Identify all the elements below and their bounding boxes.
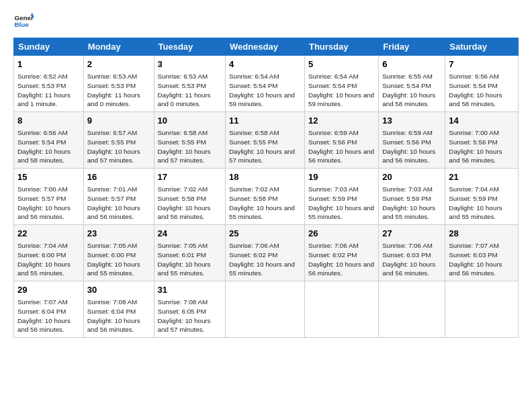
calendar-cell: 1Sunrise: 6:52 AMSunset: 5:53 PMDaylight…	[14, 56, 84, 112]
cell-info-line: Sunset: 5:56 PM	[382, 138, 441, 147]
cell-info-line: Sunset: 5:53 PM	[158, 81, 222, 91]
cell-info-line: Sunset: 6:03 PM	[449, 250, 515, 260]
calendar-cell: 21Sunrise: 7:04 AMSunset: 5:59 PMDayligh…	[445, 169, 519, 225]
cell-info-line: Sunset: 6:00 PM	[17, 250, 80, 260]
calendar-cell: 26Sunrise: 7:06 AMSunset: 6:02 PMDayligh…	[304, 225, 378, 281]
day-number: 28	[449, 228, 515, 240]
cell-info-line: Sunrise: 6:53 AM	[158, 72, 222, 81]
day-number: 1	[17, 58, 80, 71]
calendar-cell: 2Sunrise: 6:53 AMSunset: 5:53 PMDaylight…	[83, 56, 154, 112]
day-number: 10	[158, 115, 222, 127]
calendar-cell	[225, 281, 304, 338]
day-number: 22	[17, 228, 80, 240]
cell-info-line: Sunset: 5:54 PM	[449, 81, 515, 91]
calendar-cell: 13Sunrise: 6:59 AMSunset: 5:56 PMDayligh…	[379, 112, 445, 169]
calendar-cell: 23Sunrise: 7:05 AMSunset: 6:00 PMDayligh…	[83, 225, 154, 281]
cell-info-line: Sunrise: 7:06 AM	[382, 241, 441, 250]
calendar-body: 1Sunrise: 6:52 AMSunset: 5:53 PMDaylight…	[14, 56, 519, 338]
cell-info-line: Daylight: 10 hours and 56 minutes.	[382, 260, 441, 278]
cell-info-line: Sunrise: 7:03 AM	[382, 185, 441, 194]
cell-info-line: Sunset: 5:57 PM	[17, 194, 80, 203]
cell-info-line: Sunrise: 7:00 AM	[449, 128, 515, 138]
cell-info-line: Sunrise: 6:56 AM	[449, 72, 515, 81]
cell-info-line: Daylight: 11 hours and 1 minute.	[17, 91, 80, 109]
cell-info-line: Sunrise: 7:08 AM	[158, 298, 222, 307]
cell-info-line: Sunrise: 7:03 AM	[308, 185, 375, 194]
cell-info-line: Sunset: 6:05 PM	[158, 307, 222, 316]
day-number: 18	[229, 171, 301, 183]
header-row: SundayMondayTuesdayWednesdayThursdayFrid…	[14, 38, 519, 56]
cell-info-line: Sunrise: 6:56 AM	[17, 128, 80, 138]
cell-info-line: Daylight: 11 hours and 0 minutes.	[158, 91, 222, 109]
calendar-cell: 15Sunrise: 7:00 AMSunset: 5:57 PMDayligh…	[14, 169, 84, 225]
day-number: 6	[382, 58, 441, 71]
calendar-cell: 16Sunrise: 7:01 AMSunset: 5:57 PMDayligh…	[83, 169, 154, 225]
cell-info-line: Sunset: 6:03 PM	[382, 250, 441, 260]
calendar-cell: 11Sunrise: 6:58 AMSunset: 5:55 PMDayligh…	[225, 112, 304, 169]
cell-info-line: Daylight: 10 hours and 55 minutes.	[229, 203, 301, 222]
day-number: 26	[308, 228, 375, 240]
header-day-monday: Monday	[83, 38, 154, 56]
cell-info-line: Daylight: 10 hours and 55 minutes.	[17, 260, 80, 278]
cell-info-line: Sunrise: 7:04 AM	[17, 241, 80, 250]
cell-info-line: Sunset: 5:57 PM	[87, 194, 150, 203]
day-number: 23	[87, 228, 150, 240]
day-number: 13	[382, 115, 441, 127]
cell-info-line: Sunrise: 7:07 AM	[17, 298, 80, 307]
cell-info-line: Sunrise: 6:58 AM	[229, 128, 301, 138]
day-number: 31	[158, 284, 222, 296]
cell-info-line: Daylight: 10 hours and 56 minutes.	[449, 147, 515, 165]
cell-info-line: Daylight: 10 hours and 56 minutes.	[158, 203, 222, 222]
cell-info-line: Sunset: 5:56 PM	[449, 138, 515, 147]
cell-info-line: Sunset: 5:54 PM	[17, 138, 80, 147]
day-number: 9	[87, 115, 150, 127]
day-number: 5	[308, 58, 375, 71]
week-row-2: 8Sunrise: 6:56 AMSunset: 5:54 PMDaylight…	[14, 112, 519, 169]
calendar-cell: 4Sunrise: 6:54 AMSunset: 5:54 PMDaylight…	[225, 56, 304, 112]
header-day-saturday: Saturday	[445, 38, 519, 56]
cell-info-line: Daylight: 10 hours and 55 minutes.	[449, 203, 515, 222]
calendar-cell	[445, 281, 519, 338]
header-day-tuesday: Tuesday	[154, 38, 225, 56]
cell-info-line: Daylight: 10 hours and 55 minutes.	[308, 203, 375, 222]
cell-info-line: Sunrise: 7:06 AM	[229, 241, 301, 250]
cell-info-line: Daylight: 10 hours and 59 minutes.	[229, 91, 301, 109]
calendar-cell: 14Sunrise: 7:00 AMSunset: 5:56 PMDayligh…	[445, 112, 519, 169]
cell-info-line: Sunset: 6:00 PM	[87, 250, 150, 260]
cell-info-line: Sunset: 5:54 PM	[382, 81, 441, 91]
cell-info-line: Daylight: 10 hours and 55 minutes.	[87, 260, 150, 278]
cell-info-line: Daylight: 10 hours and 56 minutes.	[382, 147, 441, 165]
calendar-cell: 5Sunrise: 6:54 AMSunset: 5:54 PMDaylight…	[304, 56, 378, 112]
cell-info-line: Sunrise: 7:06 AM	[308, 241, 375, 250]
cell-info-line: Daylight: 10 hours and 57 minutes.	[87, 147, 150, 165]
svg-marker-3	[32, 16, 34, 18]
calendar-cell: 6Sunrise: 6:55 AMSunset: 5:54 PMDaylight…	[379, 56, 445, 112]
calendar-cell: 9Sunrise: 6:57 AMSunset: 5:55 PMDaylight…	[83, 112, 154, 169]
cell-info-line: Sunrise: 6:53 AM	[87, 72, 150, 81]
cell-info-line: Sunset: 6:01 PM	[158, 250, 222, 260]
cell-info-line: Sunrise: 7:00 AM	[17, 185, 80, 194]
header-day-thursday: Thursday	[304, 38, 378, 56]
calendar-cell: 25Sunrise: 7:06 AMSunset: 6:02 PMDayligh…	[225, 225, 304, 281]
header-day-friday: Friday	[379, 38, 445, 56]
calendar-table: SundayMondayTuesdayWednesdayThursdayFrid…	[13, 38, 519, 338]
day-number: 12	[308, 115, 375, 127]
cell-info-line: Daylight: 10 hours and 56 minutes.	[87, 316, 150, 334]
calendar-cell: 28Sunrise: 7:07 AMSunset: 6:03 PMDayligh…	[445, 225, 519, 281]
day-number: 27	[382, 228, 441, 240]
day-number: 25	[229, 228, 301, 240]
day-number: 17	[158, 171, 222, 183]
cell-info-line: Sunrise: 7:05 AM	[87, 241, 150, 250]
cell-info-line: Sunset: 5:55 PM	[229, 138, 301, 147]
cell-info-line: Sunset: 5:54 PM	[308, 81, 375, 91]
calendar-cell: 12Sunrise: 6:59 AMSunset: 5:56 PMDayligh…	[304, 112, 378, 169]
cell-info-line: Sunrise: 6:52 AM	[17, 72, 80, 81]
week-row-3: 15Sunrise: 7:00 AMSunset: 5:57 PMDayligh…	[14, 169, 519, 225]
cell-info-line: Daylight: 10 hours and 56 minutes.	[449, 260, 515, 278]
day-number: 7	[449, 58, 515, 71]
header-day-sunday: Sunday	[14, 38, 84, 56]
cell-info-line: Daylight: 11 hours and 0 minutes.	[87, 91, 150, 109]
day-number: 29	[17, 284, 80, 296]
calendar-cell: 31Sunrise: 7:08 AMSunset: 6:05 PMDayligh…	[154, 281, 225, 338]
cell-info-line: Sunset: 5:53 PM	[87, 81, 150, 91]
